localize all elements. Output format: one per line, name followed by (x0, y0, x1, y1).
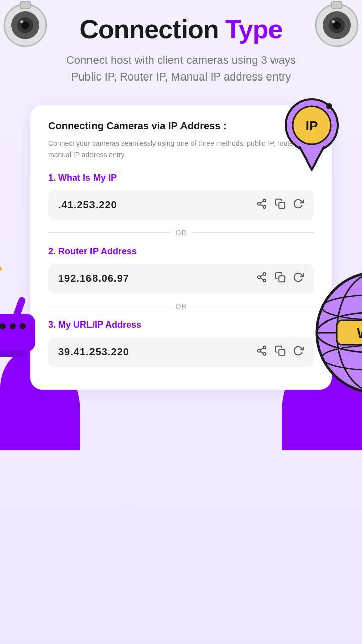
share-icon-3[interactable] (256, 345, 267, 359)
svg-point-19 (10, 323, 16, 329)
globe-illustration: WWW (312, 267, 362, 400)
or-divider-2: OR (48, 302, 314, 310)
svg-rect-37 (279, 276, 285, 282)
ip-value-2: 192.168.06.97 (58, 273, 256, 284)
svg-line-41 (260, 351, 263, 353)
svg-line-42 (260, 348, 263, 350)
refresh-icon-1[interactable] (293, 198, 304, 212)
ip-pin-icon: IP (282, 95, 342, 166)
svg-line-35 (260, 278, 263, 280)
share-icon-1[interactable] (256, 198, 267, 212)
ip-value-1: .41.253.220 (58, 199, 256, 211)
subtitle: Connect host with client cameras using 3… (20, 52, 342, 85)
section-1-label: 1. What Is My IP (48, 173, 314, 183)
svg-point-25 (326, 103, 332, 109)
svg-line-30 (260, 201, 263, 203)
ip-value-3: 39.41.253.220 (58, 346, 256, 358)
copy-icon-1[interactable] (275, 198, 286, 212)
svg-point-20 (20, 323, 26, 329)
svg-rect-43 (279, 349, 285, 355)
copy-icon-2[interactable] (275, 272, 286, 285)
ip-row-3: 39.41.253.220 (48, 337, 314, 367)
share-icon-2[interactable] (256, 272, 267, 285)
page-title: Connection Type (20, 15, 342, 44)
router-illustration (0, 236, 50, 359)
main-card: IP Connecting Cameras via IP Address : C… (30, 105, 332, 390)
card-description: Connect your cameras seamlessly using on… (48, 138, 314, 160)
or-divider-1: OR (48, 229, 314, 237)
ip-row-2: 192.168.06.97 (48, 264, 314, 293)
svg-rect-31 (279, 202, 285, 208)
section-3-label: 3. My URL/IP Address (48, 319, 314, 330)
svg-rect-21 (0, 351, 25, 357)
refresh-icon-3[interactable] (293, 345, 304, 359)
title-black: Connection (80, 15, 219, 44)
refresh-icon-2[interactable] (293, 272, 304, 285)
title-purple: Type (225, 15, 283, 44)
header: Connection Type Connect host with client… (0, 0, 362, 95)
svg-text:WWW: WWW (357, 325, 362, 341)
svg-rect-15 (0, 314, 35, 352)
svg-line-29 (260, 204, 263, 206)
ip-row-1: .41.253.220 (48, 190, 314, 220)
svg-line-36 (260, 275, 263, 277)
card-title: Connecting Cameras via IP Address : (48, 120, 314, 132)
svg-text:IP: IP (306, 118, 318, 133)
copy-icon-3[interactable] (275, 345, 286, 359)
section-2-label: 2. Router IP Address (48, 246, 314, 257)
